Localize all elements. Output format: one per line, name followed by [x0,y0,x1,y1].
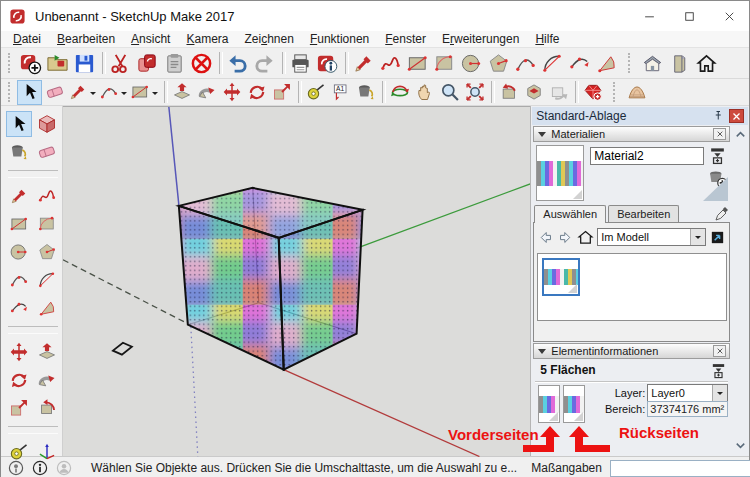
menu-bearbeiten[interactable]: Bearbeiten [49,31,123,47]
dropdown-arrow-icon[interactable] [712,385,727,401]
rectangle-tool-button[interactable] [404,50,431,77]
scale-tool-button[interactable] [6,395,32,421]
cut-tool-button[interactable] [107,50,134,77]
delete-tool-button[interactable] [188,50,215,77]
undo-tool-button[interactable] [224,50,251,77]
menu-ansicht[interactable]: Ansicht [123,31,178,47]
menu-zeichnen[interactable]: Zeichnen [237,31,302,47]
entity-info-section-header[interactable]: Elementinformationen [533,343,730,359]
minimize-button[interactable] [629,1,669,31]
forward-icon[interactable] [557,229,574,246]
line-tool-button[interactable] [350,50,377,77]
menu-funktionen[interactable]: Funktionen [302,31,377,47]
pie-filled-tool-button[interactable] [593,50,620,77]
move-tool-button[interactable] [219,80,244,105]
line-tool-button[interactable] [6,183,32,209]
menu-fenster[interactable]: Fenster [377,31,434,47]
rotated-rectangle-tool-button[interactable] [34,211,60,237]
ruby-tool-button[interactable] [580,80,605,105]
home-icon[interactable] [577,229,594,246]
small-ground-face[interactable] [113,343,132,355]
push-pull-tool-button[interactable] [34,339,60,365]
maximize-button[interactable] [669,1,709,31]
freehand-tool-button[interactable] [34,183,60,209]
materials-list[interactable] [537,253,727,321]
line-tool-button[interactable] [67,80,98,105]
pie-tool-button[interactable] [539,50,566,77]
next-view-tool-button[interactable] [546,80,571,105]
pan-tool-button[interactable] [412,80,437,105]
zoom-tool-button[interactable] [437,80,462,105]
select-tool-button[interactable] [6,111,32,137]
freehand-tool-button[interactable] [377,50,404,77]
open-tool-button[interactable] [44,50,71,77]
follow-me-tool-button[interactable] [194,80,219,105]
eraser-tool-button[interactable] [42,80,67,105]
model-viewport[interactable] [63,106,530,456]
model-info-tool-button[interactable] [314,50,341,77]
eyedropper-icon[interactable] [714,206,730,222]
arc-3point-tool-button[interactable] [566,50,593,77]
layer-dropdown[interactable]: Layer0 [647,384,728,402]
front-color-thumbnail[interactable] [538,385,560,423]
redo-tool-button[interactable] [251,50,278,77]
menu-hilfe[interactable]: Hilfe [527,31,567,47]
push-pull-tool-button[interactable] [169,80,194,105]
orbit-tool-button[interactable] [387,80,412,105]
arc-3point-tool-button[interactable] [6,295,32,321]
materials-close-button[interactable] [713,128,726,140]
make-component-tool-button[interactable] [34,111,60,137]
tray-scroll-down-button[interactable] [733,438,748,453]
material-collection-dropdown[interactable]: Im Modell [597,228,706,246]
close-button[interactable] [709,1,749,31]
sample-paint-detail-icon[interactable] [709,229,726,246]
tape-measure-tool-button[interactable] [6,439,32,465]
pie-filled-tool-button[interactable] [34,295,60,321]
copy-tool-button[interactable] [134,50,161,77]
paint-bucket-tool-button[interactable] [353,80,378,105]
offset-tool-button[interactable] [34,395,60,421]
eraser-tool-button[interactable] [34,139,60,165]
rectangle-tool-button[interactable] [6,211,32,237]
new-document-tool-button[interactable] [17,50,44,77]
tray-close-button[interactable] [729,109,744,123]
menu-datei[interactable]: Datei [5,31,49,47]
arc-tool-button[interactable] [6,267,32,293]
polygon-tool-button[interactable] [34,239,60,265]
view-box-tool-button[interactable] [666,50,693,77]
view-home-tool-button[interactable] [693,50,720,77]
scale-tool-button[interactable] [269,80,294,105]
rectangle-tool-button[interactable] [129,80,160,105]
paint-bucket-tool-button[interactable] [6,139,32,165]
tray-scroll-up-button[interactable] [733,127,748,142]
save-tool-button[interactable] [71,50,98,77]
print-tool-button[interactable] [287,50,314,77]
move-tool-button[interactable] [6,339,32,365]
menu-erweiterungen[interactable]: Erweiterungen [434,31,527,47]
back-color-thumbnail[interactable] [563,385,585,423]
dropdown-arrow-icon[interactable] [150,81,159,104]
previous-view-tool-button[interactable] [496,80,521,105]
secondary-pane-icon[interactable] [708,146,727,165]
tab-auswaehlen[interactable]: Auswählen [534,205,606,223]
materials-section-header[interactable]: Materialien [533,126,730,142]
tray-pin-button[interactable] [710,109,726,124]
paste-tool-button[interactable] [161,50,188,77]
selected-cube[interactable] [179,188,363,370]
sandbox-tool-button[interactable] [624,80,649,105]
circle-tool-button[interactable] [458,50,485,77]
menu-kamera[interactable]: Kamera [178,31,236,47]
sample-paint-corner[interactable] [703,177,728,201]
follow-me-tool-button[interactable] [34,367,60,393]
circle-tool-button[interactable] [6,239,32,265]
rotate-tool-button[interactable] [244,80,269,105]
polygon-tool-button[interactable] [485,50,512,77]
views-tool-button[interactable] [521,80,546,105]
view-iso-tool-button[interactable] [639,50,666,77]
tape-measure-tool-button[interactable] [303,80,328,105]
arc-tool-button[interactable] [98,80,129,105]
dropdown-arrow-icon[interactable] [690,229,705,245]
text-tool-button[interactable]: A1 [328,80,353,105]
measurements-input[interactable] [610,460,750,477]
rotated-rectangle-tool-button[interactable] [431,50,458,77]
